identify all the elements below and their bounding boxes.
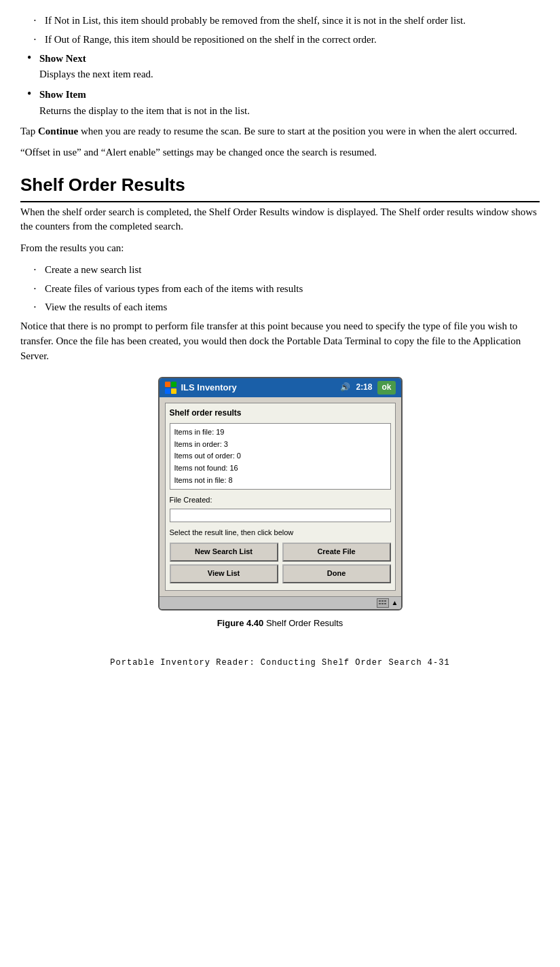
keyboard-icon xyxy=(377,598,389,608)
result-bullet-3: • View the results of each items xyxy=(20,300,540,315)
file-created-label: File Created: xyxy=(170,495,391,506)
device-time: 2:18 xyxy=(356,382,372,393)
svg-rect-5 xyxy=(384,603,386,604)
result-line-1: Items in file: 19 xyxy=(174,426,386,439)
show-item-item: • Show Item xyxy=(20,88,540,103)
titlebar-left: ILS Inventory xyxy=(165,382,237,395)
result-bullet-1-text: Create a new search list xyxy=(45,263,141,278)
windows-logo-icon xyxy=(165,382,177,394)
svg-rect-0 xyxy=(379,600,381,602)
result-line-4: Items not found: 16 xyxy=(174,462,386,475)
bullet-dot-r1: • xyxy=(34,263,45,278)
show-item-heading: Show Item xyxy=(39,88,86,103)
bullet-dot-icon: • xyxy=(34,33,45,48)
select-instruction: Select the result line, then click below xyxy=(170,528,391,539)
figure-caption-bold: Figure 4.40 xyxy=(217,618,264,628)
page-footer: Portable Inventory Reader: Conducting Sh… xyxy=(20,657,540,669)
result-bullet-2-text: Create files of various types from each … xyxy=(45,282,303,297)
device-body: Shelf order results Items in file: 19 It… xyxy=(160,397,401,596)
show-next-item: • Show Next xyxy=(20,52,540,67)
svg-rect-3 xyxy=(379,603,381,604)
show-next-heading: Show Next xyxy=(39,52,86,67)
bullet-out-of-range-text: If Out of Range, this item should be rep… xyxy=(45,33,377,48)
section-heading-shelf-order: Shelf Order Results xyxy=(20,172,540,202)
show-item-description: Returns the display to the item that is … xyxy=(20,104,540,119)
result-line-2: Items in order: 3 xyxy=(174,439,386,451)
done-button[interactable]: Done xyxy=(282,564,391,583)
app-title: ILS Inventory xyxy=(181,382,237,395)
result-bullet-2: • Create files of various types from eac… xyxy=(20,282,540,297)
result-line-5: Items not in file: 8 xyxy=(174,475,386,487)
results-box: Items in file: 19 Items in order: 3 Item… xyxy=(170,423,391,490)
from-results-label: From the results you can: xyxy=(20,241,540,256)
bullet-bold-dot: • xyxy=(27,52,39,67)
bullet-not-in-list-text: If Not in List, this item should probabl… xyxy=(45,14,466,29)
ok-button[interactable]: ok xyxy=(377,381,395,394)
button-row-2: View List Done xyxy=(170,564,391,583)
bullet-out-of-range: • If Out of Range, this item should be r… xyxy=(20,33,540,48)
view-list-button[interactable]: View List xyxy=(170,564,278,583)
bullet-dot-icon: • xyxy=(34,14,45,29)
device-mockup: ILS Inventory 🔊 2:18 ok Shelf order resu… xyxy=(20,377,540,610)
svg-rect-4 xyxy=(381,603,384,604)
continue-paragraph: Tap Continue when you are ready to resum… xyxy=(20,124,540,139)
screen-title: Shelf order results xyxy=(170,407,391,419)
bullet-bold-dot-2: • xyxy=(27,88,39,103)
button-row-1: New Search List Create File xyxy=(170,543,391,562)
notice-paragraph: Notice that there is no prompt to perfor… xyxy=(20,319,540,363)
intro-paragraph: When the shelf order search is completed… xyxy=(20,205,540,235)
mobile-device: ILS Inventory 🔊 2:18 ok Shelf order resu… xyxy=(158,377,403,610)
device-screen: Shelf order results Items in file: 19 It… xyxy=(165,403,396,591)
show-next-description: Displays the next item read. xyxy=(20,67,540,82)
result-bullet-3-text: View the results of each items xyxy=(45,300,167,315)
bullet-dot-r3: • xyxy=(34,300,45,315)
titlebar-right: 🔊 2:18 ok xyxy=(340,381,395,394)
file-created-input[interactable] xyxy=(170,509,391,522)
speaker-icon: 🔊 xyxy=(340,382,350,393)
svg-rect-1 xyxy=(381,600,384,602)
device-titlebar: ILS Inventory 🔊 2:18 ok xyxy=(160,378,401,397)
create-file-button[interactable]: Create File xyxy=(282,543,391,562)
offset-paragraph: “Offset in use” and “Alert enable” setti… xyxy=(20,145,540,160)
svg-rect-2 xyxy=(384,600,386,602)
scroll-up-icon[interactable]: ▲ xyxy=(392,598,398,608)
result-bullet-1: • Create a new search list xyxy=(20,263,540,278)
device-taskbar: ▲ xyxy=(160,596,401,610)
bullet-not-in-list: • If Not in List, this item should proba… xyxy=(20,14,540,29)
figure-caption-text: Shelf Order Results xyxy=(263,618,343,628)
figure-caption: Figure 4.40 Shelf Order Results xyxy=(20,617,540,630)
bullet-dot-r2: • xyxy=(34,282,45,297)
result-line-3: Items out of order: 0 xyxy=(174,450,386,462)
new-search-list-button[interactable]: New Search List xyxy=(170,543,278,562)
